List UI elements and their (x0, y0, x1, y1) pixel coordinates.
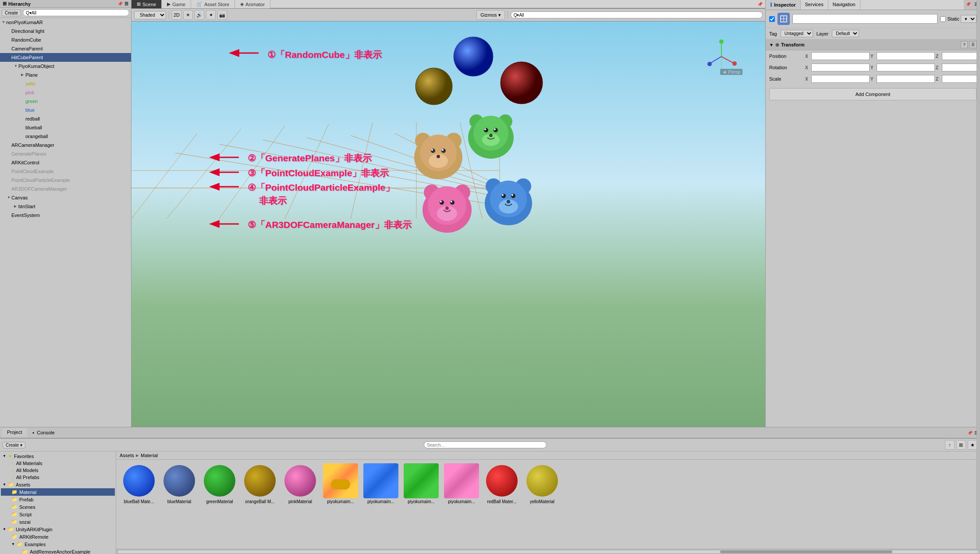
project-pin-icon[interactable]: 📌 (967, 430, 973, 435)
asset-piyokuma1[interactable]: piyokumaim... (321, 463, 360, 504)
hier-plane[interactable]: Plane (0, 71, 131, 79)
static-checkbox[interactable] (940, 16, 946, 22)
tree-all-prefabs[interactable]: ○ All Prefabs (1, 474, 115, 481)
tab-game[interactable]: ▶ Game (162, 0, 191, 8)
tree-scenes[interactable]: 📁 Scenes (1, 503, 115, 511)
static-dropdown[interactable]: ▾ (961, 15, 976, 23)
hier-yello[interactable]: yello (0, 79, 131, 88)
hier-pointcloud-particle[interactable]: PointCloudParticleExample (0, 176, 131, 185)
scene-search[interactable] (511, 11, 763, 18)
rotation-x-input[interactable]: 0 (811, 64, 870, 71)
hier-blue[interactable]: blue (0, 106, 131, 114)
tab-project[interactable]: Project (2, 428, 27, 437)
tree-arkit-remote[interactable]: 📁 ARKitRemote (1, 533, 115, 540)
hier-blueball[interactable]: blueball (0, 123, 131, 132)
2d-toggle[interactable]: 2D (172, 10, 181, 20)
scene-viewport[interactable]: ◄ Persp ⤢ ①「RandomCube」非表示 (131, 21, 765, 427)
hier-random-cube[interactable]: RandomCube (0, 36, 131, 44)
create-button[interactable]: Create (2, 10, 21, 16)
transform-header[interactable]: ▼ ⊕ Transform ? ☰ (766, 39, 980, 50)
position-y-input[interactable]: 0 (877, 52, 935, 60)
rotation-y-input[interactable]: 0 (877, 64, 935, 71)
audio-btn[interactable]: 🔊 (195, 10, 204, 20)
hier-ar-camera[interactable]: ARCameraManager (0, 141, 131, 149)
scale-x-input[interactable]: 2 (811, 75, 870, 83)
hier-event-system[interactable]: EventSystem (0, 211, 131, 220)
project-search-input[interactable] (424, 441, 547, 448)
camera-btn[interactable]: 📷 (217, 10, 227, 20)
tree-favorites[interactable]: ▼ ★ Favorites (1, 452, 115, 460)
hier-generate-planes[interactable]: GeneratePlanes (0, 149, 131, 158)
object-active-checkbox[interactable] (769, 16, 775, 22)
scale-z-input[interactable]: 2 (942, 75, 980, 83)
hier-root[interactable]: nonPiyoKumaAR (0, 18, 131, 27)
asset-piyokuma4[interactable]: piyokumaim... (442, 463, 481, 504)
project-create-btn[interactable]: Create ▾ (3, 442, 25, 448)
hierarchy-search[interactable] (23, 9, 129, 16)
asset-orange-mat[interactable]: orangeBall M... (241, 463, 279, 504)
tag-select[interactable]: Untagged (781, 30, 813, 37)
hier-arkit-control[interactable]: ARKitControl (0, 158, 131, 167)
tree-script[interactable]: 📁 Script (1, 511, 115, 518)
hier-pink[interactable]: pink (0, 88, 131, 97)
inspector-pin-icon[interactable]: 📌 (964, 0, 973, 10)
tree-material[interactable]: 📁 Material (1, 488, 115, 496)
position-z-input[interactable]: 0 (942, 52, 980, 60)
breadcrumb-material[interactable]: Material (141, 453, 158, 458)
hier-piyokuma-object[interactable]: PiyoKumaObject (0, 62, 131, 71)
tree-unity-arkit-plugin[interactable]: ▼ 📁 UnityARKitPlugin (1, 526, 115, 533)
object-name-input[interactable]: HitCubeParent (792, 14, 937, 24)
hier-redball[interactable]: redball (0, 114, 131, 123)
tab-animator[interactable]: ◈ Animator (235, 0, 270, 8)
tab-console[interactable]: ▪ Console (27, 429, 60, 437)
hier-orangeball[interactable]: orangeball (0, 132, 131, 141)
shading-dropdown[interactable]: Shaded (134, 11, 166, 19)
tab-asset-store[interactable]: 🛒 Asset Store (191, 0, 235, 8)
tree-all-materials[interactable]: ○ All Materials (1, 460, 115, 467)
asset-blue-mat[interactable]: blueMaterial (160, 463, 199, 504)
project-btn-2[interactable]: ⊞ (956, 440, 966, 450)
fx-btn[interactable]: ✦ (206, 10, 216, 20)
project-btn-3[interactable]: ★ (968, 440, 977, 450)
asset-yello-mat[interactable]: yelloMaterial (523, 463, 561, 504)
transform-menu-icon[interactable]: ☰ (969, 41, 976, 48)
scrollbar-thumb[interactable] (720, 550, 892, 553)
tab-scene[interactable]: ⊞ Scene (131, 0, 162, 8)
asset-scrollbar[interactable] (116, 549, 980, 554)
inspector-tab-navigation[interactable]: Navigation (828, 0, 860, 10)
hier-pointcloud-example[interactable]: PointCloudExample (0, 167, 131, 176)
rotation-z-input[interactable]: 0 (942, 64, 980, 71)
hier-directional-light[interactable]: Directional light (0, 27, 131, 36)
tree-add-remove[interactable]: 📁 AddRemoveAnchorExample (1, 548, 115, 554)
transform-settings-icon[interactable]: ? (961, 41, 968, 48)
hier-camera-parent[interactable]: CameraParent (0, 44, 131, 53)
hier-green[interactable]: green (0, 97, 131, 106)
tree-prefab[interactable]: 📁 Prefab (1, 496, 115, 503)
hier-ar3dof[interactable]: AR3DOFCameraManager (0, 185, 131, 193)
tree-sozai[interactable]: 📁 sozai (1, 518, 115, 526)
light-btn[interactable]: ☀ (183, 10, 193, 20)
tree-examples[interactable]: ▼ 📁 Examples (1, 540, 115, 548)
maximize-scene-btn[interactable]: ⤢ (759, 23, 763, 29)
hier-canvas[interactable]: Canvas (0, 193, 131, 202)
hier-btn-start[interactable]: btnStart (0, 202, 131, 211)
gizmos-btn[interactable]: Gizmos ▾ (476, 10, 504, 20)
breadcrumb-assets[interactable]: Assets (120, 453, 134, 458)
asset-piyokuma3[interactable]: piyokumaim... (402, 463, 440, 504)
asset-piyokuma2[interactable]: piyokumaim... (362, 463, 400, 504)
asset-green-mat[interactable]: greenMaterial (200, 463, 239, 504)
project-btn-1[interactable]: ↑ (945, 440, 955, 450)
add-component-button[interactable]: Add Component (769, 88, 976, 100)
layer-select[interactable]: Default (832, 30, 859, 37)
tree-assets[interactable]: ▼ 📁 Assets (1, 481, 115, 488)
asset-pink-mat[interactable]: pinkMaterial (281, 463, 320, 504)
asset-store-tab-label: Asset Store (204, 2, 229, 7)
asset-redball-mat[interactable]: redBall Mater... (483, 463, 521, 504)
scale-y-input[interactable]: 2 (877, 75, 935, 83)
inspector-tab-services[interactable]: Services (801, 0, 828, 10)
hier-hitcube-parent[interactable]: HitCubeParent (0, 53, 131, 62)
position-x-input[interactable]: 0 (811, 52, 870, 60)
asset-blueball-mat[interactable]: blueBall Mate... (120, 463, 158, 504)
inspector-tab-inspector[interactable]: ℹ Inspector (766, 0, 801, 10)
tree-all-models[interactable]: ○ All Models (1, 467, 115, 474)
